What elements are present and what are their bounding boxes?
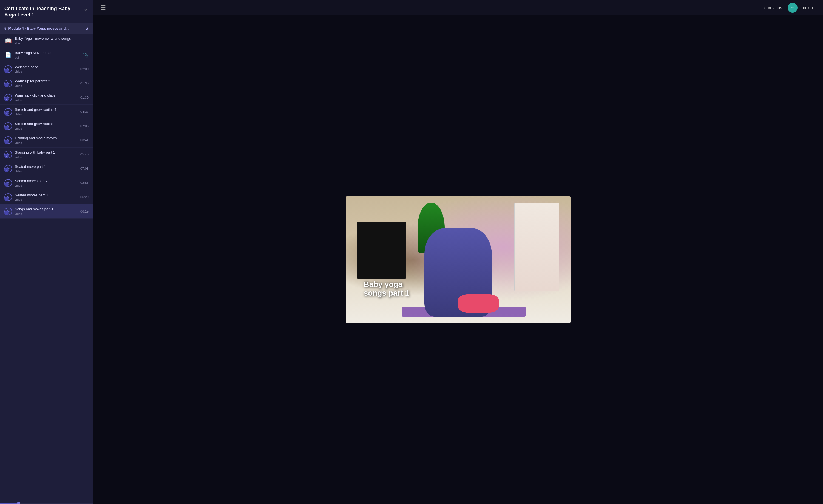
- clip-icon: 📎: [83, 52, 89, 57]
- prev-button[interactable]: ‹ previous: [761, 4, 786, 11]
- video-area: Baby yoga songs part 1: [93, 15, 823, 504]
- item-content: Stretch and grow routine 2 video: [15, 122, 76, 130]
- item-content: Standing with baby part 1 video: [15, 150, 76, 159]
- collapse-sidebar-button[interactable]: «: [84, 6, 89, 12]
- top-nav: ☰ ‹ previous ✏ next ›: [93, 0, 823, 15]
- play-icon: ✓: [4, 65, 12, 73]
- check-mark: ✓: [4, 211, 9, 215]
- item-subtitle: video: [15, 70, 76, 73]
- book-icon: 📖: [4, 37, 12, 44]
- progress-dot: [17, 502, 20, 504]
- baby-figure: [458, 294, 499, 313]
- item-content: Seated moves part 3 video: [15, 193, 76, 201]
- video-title-line1: Baby yoga: [364, 280, 409, 289]
- banner-figure: [514, 203, 559, 291]
- item-content: Songs and moves part 1 video: [15, 207, 76, 215]
- check-mark: ✓: [4, 126, 9, 130]
- item-title: Seated moves part 3: [15, 193, 76, 198]
- item-duration: 03:51: [80, 181, 89, 185]
- module-collapse-icon: ∧: [86, 26, 89, 30]
- item-content: Stretch and grow routine 1 video: [15, 108, 76, 116]
- item-title: Stretch and grow routine 2: [15, 122, 76, 126]
- list-item[interactable]: ✓ Seated moves part 3 video 06:29: [0, 190, 93, 204]
- item-duration: 06:29: [80, 195, 89, 199]
- item-duration: 07:03: [80, 167, 89, 171]
- pencil-icon: ✏: [791, 5, 794, 10]
- list-item[interactable]: 📖 Baby Yoga - movements and songs ebook: [0, 34, 93, 48]
- list-item[interactable]: ✓ Stretch and grow routine 1 video 04:37: [0, 105, 93, 119]
- main-content: ☰ ‹ previous ✏ next ›: [93, 0, 823, 504]
- chevron-right-icon: ›: [812, 5, 813, 10]
- sidebar-list: 📖 Baby Yoga - movements and songs ebook …: [0, 34, 93, 503]
- item-content: Baby Yoga - movements and songs ebook: [15, 36, 89, 45]
- item-content: Warm up - click and claps video: [15, 93, 76, 102]
- progress-bar-fill: [0, 503, 19, 504]
- prev-label: previous: [767, 5, 782, 10]
- list-item[interactable]: ✓ Warm up for parents 2 video 01:30: [0, 76, 93, 91]
- item-duration: 06:19: [80, 209, 89, 213]
- item-subtitle: pdf: [15, 56, 80, 59]
- check-mark: ✓: [4, 140, 9, 144]
- pencil-button[interactable]: ✏: [788, 3, 798, 13]
- check-mark: ✓: [4, 197, 9, 201]
- hamburger-button[interactable]: ☰: [100, 3, 107, 12]
- list-item[interactable]: ✓ Welcome song video 02:00: [0, 62, 93, 76]
- item-duration: 04:37: [80, 110, 89, 114]
- item-duration: 02:00: [80, 67, 89, 71]
- progress-bar: [0, 503, 93, 504]
- item-content: Baby Yoga Movements pdf: [15, 51, 80, 59]
- list-item[interactable]: ✓ Standing with baby part 1 video 05:40: [0, 148, 93, 162]
- item-content: Welcome song video: [15, 65, 76, 73]
- item-title: Standing with baby part 1: [15, 150, 76, 155]
- video-container[interactable]: Baby yoga songs part 1: [346, 196, 570, 323]
- item-subtitle: video: [15, 84, 76, 88]
- check-mark: ✓: [4, 154, 9, 158]
- item-title: Calming and magic moves: [15, 136, 76, 141]
- item-content: Warm up for parents 2 video: [15, 79, 76, 88]
- play-icon: ✓: [4, 108, 12, 116]
- item-duration: 01:30: [80, 96, 89, 100]
- play-icon: ✓: [4, 122, 12, 130]
- item-subtitle: video: [15, 212, 76, 215]
- item-title: Baby Yoga - movements and songs: [15, 36, 89, 41]
- item-content: Calming and magic moves video: [15, 136, 76, 145]
- item-duration: 03:41: [80, 138, 89, 142]
- list-item[interactable]: ✓ Warm up - click and claps video 01:30: [0, 91, 93, 105]
- list-item[interactable]: ✓ Seated move part 1 video 07:03: [0, 162, 93, 176]
- list-item[interactable]: ✓ Stretch and grow routine 2 video 07:05: [0, 119, 93, 133]
- item-title: Baby Yoga Movements: [15, 51, 80, 55]
- item-subtitle: video: [15, 99, 76, 102]
- video-title-line2: songs part 1: [364, 289, 409, 298]
- item-content: Seated moves part 2 video: [15, 179, 76, 187]
- list-item[interactable]: ✓ Songs and moves part 1 video 06:19: [0, 204, 93, 218]
- play-icon: ✓: [4, 151, 12, 158]
- item-subtitle: video: [15, 198, 76, 201]
- list-item[interactable]: ✓ Calming and magic moves video 03:41: [0, 133, 93, 148]
- next-button[interactable]: next ›: [800, 4, 816, 11]
- item-subtitle: ebook: [15, 42, 89, 45]
- item-title: Warm up - click and claps: [15, 93, 76, 98]
- module-header[interactable]: 5. Module 4 - Baby Yoga, moves and... ∧: [0, 23, 93, 34]
- video-background: [346, 196, 570, 323]
- item-duration: 01:30: [80, 81, 89, 85]
- check-mark: ✓: [4, 68, 9, 73]
- item-subtitle: video: [15, 113, 76, 116]
- item-title: Songs and moves part 1: [15, 207, 76, 212]
- chevron-left-icon: ‹: [764, 5, 766, 10]
- item-title: Welcome song: [15, 65, 76, 70]
- check-mark: ✓: [4, 97, 9, 102]
- item-duration: 05:40: [80, 152, 89, 156]
- check-mark: ✓: [4, 182, 9, 187]
- item-subtitle: video: [15, 184, 76, 187]
- nav-center: ‹ previous ✏ next ›: [761, 3, 816, 13]
- module-label: 5. Module 4 - Baby Yoga, moves and...: [4, 26, 68, 30]
- item-title: Seated moves part 2: [15, 179, 76, 183]
- play-icon: ✓: [4, 179, 12, 187]
- list-item[interactable]: 📄 Baby Yoga Movements pdf 📎: [0, 48, 93, 62]
- play-icon: ✓: [4, 94, 12, 102]
- check-mark: ✓: [4, 83, 9, 87]
- sidebar-header: Certificate in Teaching Baby Yoga Level …: [0, 0, 93, 23]
- list-item[interactable]: ✓ Seated moves part 2 video 03:51: [0, 176, 93, 190]
- item-subtitle: video: [15, 170, 76, 173]
- nav-left: ☰: [100, 3, 107, 12]
